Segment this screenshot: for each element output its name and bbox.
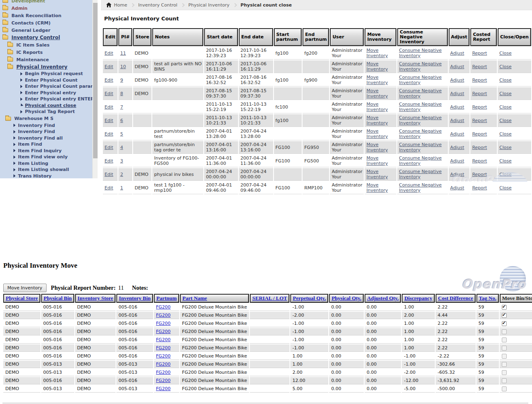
partnum-link[interactable]: FG200 — [156, 362, 171, 367]
edit-link[interactable]: Edit — [105, 172, 113, 177]
sidebar-item-trans-history[interactable]: Trans History — [0, 173, 92, 179]
move-inventory-link[interactable]: Move Inventory — [366, 129, 388, 139]
move-column-physical-store[interactable]: Physical Store — [3, 294, 40, 303]
sidebar-item-development[interactable]: Development — [0, 0, 92, 4]
sidebar-item-item-listing-showall[interactable]: Item Listing showall — [0, 166, 92, 173]
sidebar-item-contacts-crm[interactable]: Contacts (CRM) — [0, 19, 92, 27]
pi-link[interactable]: 4 — [120, 145, 123, 150]
partnum-link[interactable]: FG200 — [156, 353, 171, 359]
costed-report-link[interactable]: Report — [472, 172, 487, 177]
sidebar-item-enter-physical-entry-enter-key[interactable]: Enter Physical entry ENTER KEY — [0, 96, 92, 102]
move-column-partnum[interactable]: Partnum — [154, 294, 179, 303]
adjust-link[interactable]: Adjust — [450, 172, 464, 177]
move-column-link[interactable]: Cost Difference — [438, 295, 473, 301]
sidebar-item-admin[interactable]: Admin — [0, 4, 92, 12]
pi-link[interactable]: 10 — [120, 64, 126, 69]
edit-link[interactable]: Edit — [105, 91, 113, 96]
partnum-link[interactable]: FG200 — [156, 304, 171, 310]
partnum-link[interactable]: FG200 — [156, 313, 171, 318]
adjust-link[interactable]: Adjust — [450, 51, 464, 56]
partnum-link[interactable]: FG200 — [156, 329, 171, 334]
move-inventory-link[interactable]: Move Inventory — [366, 155, 388, 166]
sidebar-item-general-ledger[interactable]: General Ledger — [0, 27, 92, 34]
edit-link[interactable]: Edit — [105, 51, 113, 56]
pi-link[interactable]: 8 — [120, 91, 123, 96]
edit-link[interactable]: Edit — [105, 131, 113, 137]
sidebar-item-maintenance[interactable]: Maintenance — [0, 56, 92, 63]
edit-link[interactable]: Edit — [105, 185, 113, 191]
count-column-close-open[interactable]: Close/Open — [498, 28, 531, 46]
move-column-discrepancy[interactable]: Discrepancy — [402, 294, 434, 303]
consume-negative-inventory-link[interactable]: Consume Negative Inventory — [399, 115, 441, 126]
costed-report-link[interactable]: Report — [472, 158, 487, 164]
sidebar-item-physical-count-close[interactable]: Physical count close — [0, 102, 92, 109]
sidebar-item-inventory-find-all[interactable]: Inventory Find all — [0, 135, 92, 142]
count-column-end-date[interactable]: End date — [239, 28, 273, 46]
consume-negative-inventory-link[interactable]: Consume Negative Inventory — [399, 182, 441, 193]
move-bin-store-checkbox[interactable] — [502, 370, 507, 375]
move-column-link[interactable]: Adjusted Qty. — [367, 295, 398, 301]
consume-negative-inventory-link[interactable]: Consume Negative Inventory — [399, 48, 441, 58]
partnum-link[interactable]: FG200 — [156, 345, 171, 351]
sidebar-item-inventory-find[interactable]: Inventory Find — [0, 122, 92, 129]
breadcrumb-home[interactable]: Home — [114, 2, 127, 8]
costed-report-link[interactable]: Report — [472, 64, 487, 69]
sidebar-item-ic-item-sales[interactable]: IC Item Sales — [0, 41, 92, 49]
move-column-adjusted-qty[interactable]: Adjusted Qty. — [365, 294, 401, 303]
sidebar-item-item-listing[interactable]: Item Listing — [0, 160, 92, 167]
move-inventory-link[interactable]: Move Inventory — [366, 75, 388, 85]
move-bin-store-checkbox[interactable] — [502, 378, 507, 383]
sidebar-item-item-find[interactable]: Item Find — [0, 141, 92, 148]
sidebar-scrollbar[interactable] — [92, 0, 98, 178]
sidebar-item-item-find-view-only[interactable]: Item Find view only — [0, 154, 92, 160]
sidebar-item-inventory-control[interactable]: Inventory Control — [0, 34, 92, 41]
move-column-link[interactable]: Inventory Store — [78, 295, 114, 301]
adjust-link[interactable]: Adjust — [450, 64, 464, 69]
move-column-cost-difference[interactable]: Cost Difference — [436, 294, 476, 303]
move-column-link[interactable]: Physical Bin — [44, 295, 72, 301]
move-column-link[interactable]: Inventory Bin — [119, 295, 151, 301]
count-column-costed-report[interactable]: Costed Report — [470, 28, 497, 46]
move-inventory-link[interactable]: Move Inventory — [366, 48, 388, 58]
costed-report-link[interactable]: Report — [472, 145, 487, 150]
pi-link[interactable]: 6 — [120, 118, 123, 123]
move-column-link[interactable]: Physical Qty. — [332, 295, 361, 301]
move-inventory-link[interactable]: Move Inventory — [366, 88, 388, 99]
move-column-perpetual-qty[interactable]: Perpetual Qty. — [290, 294, 328, 303]
breadcrumb-physical-inventory[interactable]: Physical Inventory — [188, 2, 229, 8]
costed-report-link[interactable]: Report — [472, 185, 487, 191]
costed-report-link[interactable]: Report — [472, 78, 487, 83]
count-column-consume-negative-inventory[interactable]: Consume Negative Inventory — [397, 28, 447, 46]
count-column-end-partnum[interactable]: End partnum — [303, 28, 329, 46]
pi-link[interactable]: 11 — [120, 51, 126, 56]
sidebar-item-physical-inventory[interactable]: Physical Inventory — [0, 63, 92, 71]
move-bin-store-checkbox[interactable] — [502, 386, 507, 391]
consume-negative-inventory-link[interactable]: Consume Negative Inventory — [399, 75, 441, 85]
pi-link[interactable]: 2 — [120, 172, 123, 177]
move-bin-store-checkbox[interactable] — [502, 313, 507, 318]
costed-report-link[interactable]: Report — [472, 131, 487, 137]
move-column-inventory-bin[interactable]: Inventory Bin — [116, 294, 153, 303]
edit-link[interactable]: Edit — [105, 64, 113, 69]
move-column-physical-qty[interactable]: Physical Qty. — [329, 294, 364, 303]
close-link[interactable]: Close — [499, 172, 512, 177]
move-inventory-link[interactable]: Move Inventory — [366, 169, 388, 180]
move-bin-store-checkbox[interactable] — [502, 305, 507, 310]
move-column-part-name[interactable]: Part Name — [180, 294, 249, 303]
edit-link[interactable]: Edit — [105, 145, 113, 150]
move-column-link[interactable]: Physical Store — [6, 295, 38, 301]
move-column-link[interactable]: Tag No. — [479, 295, 496, 301]
count-column-pi[interactable]: PI# — [118, 28, 132, 46]
sidebar-item-ic-reports[interactable]: IC Reports — [0, 49, 92, 56]
sidebar-item-enter-physical-count[interactable]: Enter Physical Count — [0, 77, 92, 84]
partnum-link[interactable]: FG200 — [156, 386, 171, 391]
sidebar-item-bank-reconciliation[interactable]: Bank Reconciliation — [0, 12, 92, 19]
close-link[interactable]: Close — [499, 91, 512, 96]
move-column-link[interactable]: Partnum — [156, 295, 177, 301]
close-link[interactable]: Close — [499, 51, 512, 56]
sidebar-item-warehouse-m-s[interactable]: Warehouse M S — [0, 115, 92, 122]
costed-report-link[interactable]: Report — [472, 91, 487, 96]
breadcrumb-inventory-control[interactable]: Inventory Control — [138, 2, 177, 8]
move-inventory-button[interactable]: Move Inventory — [3, 284, 47, 292]
move-bin-store-checkbox[interactable] — [502, 354, 507, 359]
